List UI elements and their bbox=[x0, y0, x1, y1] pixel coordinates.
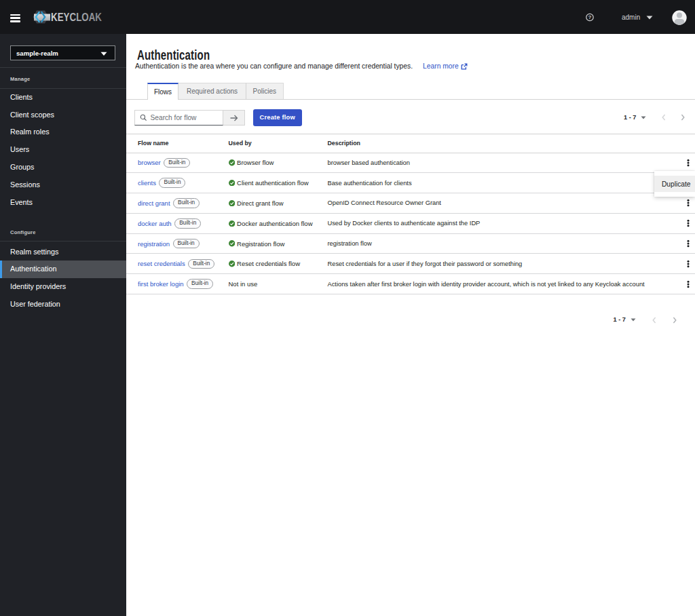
svg-text:?: ? bbox=[588, 14, 592, 20]
svg-text:KEYCLOAK: KEYCLOAK bbox=[51, 11, 102, 23]
